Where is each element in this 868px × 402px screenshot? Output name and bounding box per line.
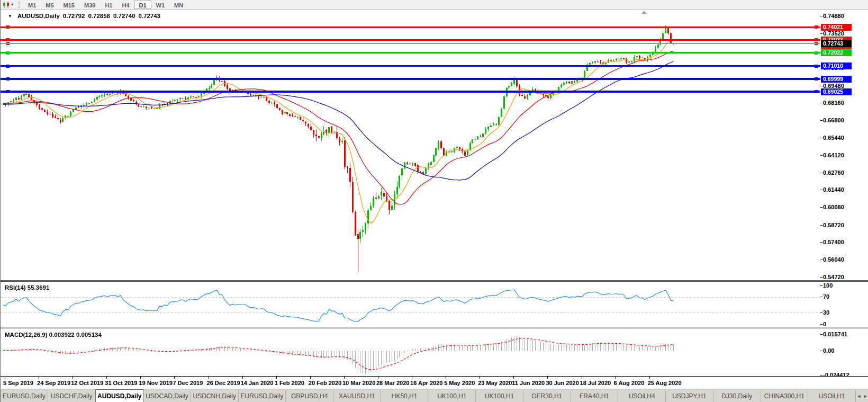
- date-label: 6 Aug 2020: [614, 380, 645, 386]
- date-label: 23 May 2020: [478, 380, 512, 386]
- date-tick: [582, 377, 582, 379]
- date-label: 5 Sep 2019: [3, 380, 33, 386]
- rsi-canvas[interactable]: [1, 282, 820, 327]
- chart-type-dropdown-caret[interactable]: ▾: [11, 2, 16, 7]
- chart-tab-usoil-h4[interactable]: USOil,H4: [618, 390, 666, 402]
- date-tick: [480, 377, 480, 379]
- date-label: 24 Sep 2019: [37, 380, 70, 386]
- date-tick: [174, 377, 175, 379]
- timeframe-button-M5[interactable]: M5: [41, 1, 58, 9]
- collapse-ohlc-icon[interactable]: ▼: [8, 14, 12, 19]
- chart-tab-usdjpy-h1[interactable]: USDJPY,H1: [666, 390, 713, 402]
- price-line-tag: 0.69025: [821, 88, 852, 95]
- macd-scale-label: 0.015741: [823, 331, 847, 338]
- date-tick: [209, 377, 209, 379]
- chart-tab-xauusd-h1[interactable]: XAUUSD,H1: [333, 390, 381, 402]
- chart-tab-gbpusd-h4[interactable]: GBPUSD,H4: [286, 390, 333, 402]
- date-tick: [513, 377, 514, 379]
- price-tick-label: 0.56040: [823, 256, 844, 263]
- chart-tab-dj30-daily[interactable]: DJ30,Daily: [713, 390, 761, 402]
- price-line-tag: 0.72022: [821, 49, 852, 56]
- price-tick-label: 0.66800: [823, 117, 844, 124]
- date-label: 14 Jan 2020: [241, 380, 274, 386]
- timeframe-buttons: M1M5M15M30H1H4D1W1MN: [23, 0, 188, 10]
- chart-tab-hk50-h1[interactable]: HK50,H1: [381, 390, 429, 402]
- trading-terminal-window: ▾ M1M5M15M30H1H4D1W1MN ▼AUDUSD,Daily0.72…: [0, 0, 868, 402]
- macd-canvas[interactable]: [1, 329, 820, 376]
- date-axis[interactable]: 5 Sep 201924 Sep 201912 Oct 201931 Oct 2…: [1, 376, 868, 389]
- date-tick: [106, 377, 107, 379]
- date-tick: [73, 377, 73, 379]
- chart-tab-eurusd-daily[interactable]: EURUSD,Daily: [239, 390, 286, 402]
- chart-tab-china300-h1[interactable]: CHINA300,H1: [761, 390, 809, 402]
- price-tick-label: 0.57400: [823, 239, 844, 246]
- date-tick: [5, 377, 5, 379]
- date-label: 19 Nov 2019: [139, 380, 173, 386]
- date-label: 28 Mar 2020: [376, 380, 409, 386]
- chart-shift-marker[interactable]: [641, 11, 647, 14]
- date-label: 10 Mar 2020: [342, 380, 375, 386]
- rsi-scale-label: 100: [823, 282, 833, 289]
- ohlc-close: 0.72743: [139, 13, 161, 19]
- chart-tabs: EURUSD,DailyUSDCHF,DailyAUDUSD,DailyUSDC…: [1, 389, 856, 402]
- date-tick: [649, 377, 650, 379]
- price-tick-label: 0.62760: [823, 169, 844, 176]
- price-tick-label: 0.60080: [823, 204, 844, 211]
- price-tick-label: 0.68160: [823, 100, 844, 106]
- timeframe-button-H4[interactable]: H4: [117, 1, 134, 9]
- chart-title: ▼AUDUSD,Daily0.727920.728580.727400.7274…: [5, 13, 160, 19]
- price-tick-label: 0.54720: [823, 274, 844, 281]
- macd-panel: MACD(12,26,9) 0.003922 0.005134 0.015741…: [1, 329, 868, 376]
- rsi-panel: RSI(14) 55.3691 10070300: [1, 282, 868, 327]
- date-label: 11 Jun 2020: [512, 380, 545, 386]
- timeframe-button-W1[interactable]: W1: [151, 1, 170, 9]
- date-label: 1 Feb 2020: [275, 380, 304, 386]
- chart-tab-uk100-h1[interactable]: UK100,H1: [476, 390, 523, 402]
- date-tick: [446, 377, 446, 379]
- timeframe-button-M30[interactable]: M30: [79, 1, 100, 9]
- timeframe-button-D1[interactable]: D1: [134, 1, 151, 9]
- ohlc-low: 0.72740: [113, 13, 135, 19]
- chart-tab-fra40-h1[interactable]: FRA40,H1: [571, 390, 619, 402]
- date-tick: [344, 377, 345, 379]
- price-line-tag: 0.71010: [821, 62, 852, 69]
- chart-tab-uk100-h1[interactable]: UK100,H1: [428, 390, 476, 402]
- panel-splitter[interactable]: [1, 327, 868, 328]
- tab-scroll-left-icon[interactable]: ◄: [856, 390, 862, 402]
- date-tick: [616, 377, 616, 379]
- timeframe-button-M1[interactable]: M1: [23, 1, 41, 9]
- chart-tab-ger30-h1[interactable]: GER30,H1: [523, 390, 571, 402]
- price-tick-label: 0.65440: [823, 135, 844, 141]
- toolbar-grip-handle[interactable]: [19, 2, 21, 8]
- ohlc-high: 0.72858: [88, 13, 110, 19]
- date-tick: [242, 377, 243, 379]
- timeframe-button-MN[interactable]: MN: [169, 1, 188, 9]
- date-label: 12 Oct 2019: [71, 380, 103, 386]
- chart-tab-usoil-h1[interactable]: USOil,H1: [808, 390, 856, 402]
- rsi-scale-label: 30: [823, 309, 829, 316]
- chart-tab-usdcad-daily[interactable]: USDCAD,Daily: [143, 390, 191, 402]
- chart-tab-usdchf-daily[interactable]: USDCHF,Daily: [48, 390, 96, 402]
- ohlc-open: 0.72792: [63, 13, 85, 19]
- timeframe-button-M15[interactable]: M15: [59, 1, 79, 9]
- price-line-tag: 0.69999: [821, 76, 852, 83]
- price-chart-canvas[interactable]: [1, 10, 820, 280]
- macd-scale-label: 0.00: [823, 347, 834, 354]
- date-tick: [140, 377, 141, 379]
- price-tick-label: 0.64120: [823, 152, 844, 159]
- rsi-scale-label: 70: [823, 293, 829, 300]
- timeframe-button-H1[interactable]: H1: [100, 1, 117, 9]
- date-tick: [276, 377, 277, 379]
- price-tick-label: 0.58720: [823, 222, 844, 229]
- chart-tab-bar: EURUSD,DailyUSDCHF,DailyAUDUSD,DailyUSDC…: [1, 389, 868, 402]
- date-label: 30 Jun 2020: [546, 380, 578, 386]
- date-label: 25 Aug 2020: [648, 380, 682, 386]
- price-tick-label: 0.61440: [823, 186, 844, 193]
- chart-tab-eurusd-daily[interactable]: EURUSD,Daily: [1, 390, 48, 402]
- date-label: 16 Apr 2020: [410, 380, 442, 386]
- chart-tab-audusd-daily[interactable]: AUDUSD,Daily: [95, 389, 143, 402]
- chart-tab-usdcnh-daily[interactable]: USDCNH,Daily: [191, 390, 239, 402]
- chart-type-icon[interactable]: [2, 1, 11, 8]
- timeframe-toolbar: ▾ M1M5M15M30H1H4D1W1MN: [1, 0, 868, 10]
- tab-scroll-right-icon[interactable]: ►: [862, 390, 868, 402]
